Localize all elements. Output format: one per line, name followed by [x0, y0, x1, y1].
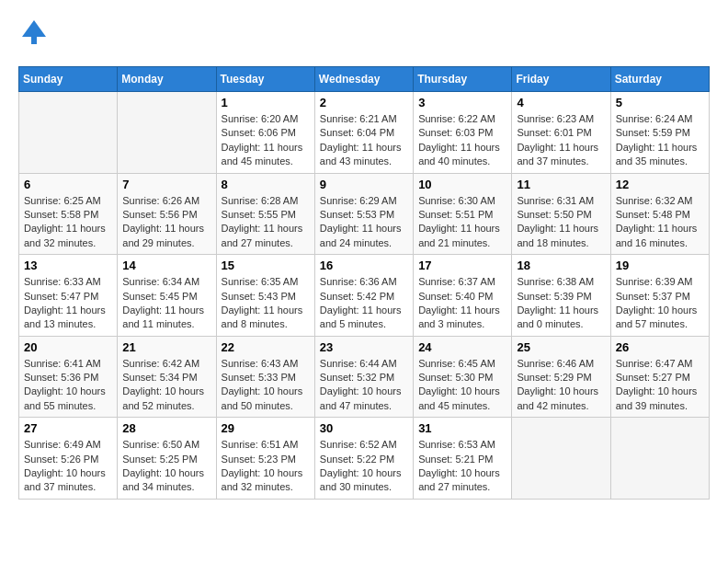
day-number: 19: [616, 259, 704, 272]
day-number: 16: [320, 259, 408, 272]
calendar-cell: 27Sunrise: 6:49 AMSunset: 5:26 PMDayligh…: [19, 418, 118, 500]
calendar-cell: 22Sunrise: 6:43 AMSunset: 5:33 PMDayligh…: [216, 336, 314, 418]
day-info: Sunrise: 6:41 AMSunset: 5:36 PMDaylight:…: [24, 357, 112, 414]
day-info: Sunrise: 6:30 AMSunset: 5:51 PMDaylight:…: [418, 194, 506, 251]
svg-rect-1: [31, 37, 37, 44]
calendar-cell: 16Sunrise: 6:36 AMSunset: 5:42 PMDayligh…: [314, 255, 413, 337]
calendar-cell: 8Sunrise: 6:28 AMSunset: 5:55 PMDaylight…: [216, 173, 314, 255]
day-number: 21: [122, 340, 210, 354]
day-info: Sunrise: 6:52 AMSunset: 5:22 PMDaylight:…: [320, 438, 408, 495]
day-info: Sunrise: 6:53 AMSunset: 5:21 PMDaylight:…: [418, 438, 506, 495]
calendar-cell: 26Sunrise: 6:47 AMSunset: 5:27 PMDayligh…: [610, 336, 709, 418]
day-of-week-header: Thursday: [414, 67, 512, 92]
calendar-cell: 17Sunrise: 6:37 AMSunset: 5:40 PMDayligh…: [414, 255, 512, 337]
day-number: 30: [320, 421, 408, 435]
day-info: Sunrise: 6:47 AMSunset: 5:27 PMDaylight:…: [616, 357, 704, 414]
day-number: 11: [517, 178, 605, 191]
day-number: 23: [320, 340, 408, 354]
day-info: Sunrise: 6:33 AMSunset: 5:47 PMDaylight:…: [24, 275, 112, 332]
calendar-week-row: 20Sunrise: 6:41 AMSunset: 5:36 PMDayligh…: [19, 336, 710, 418]
day-number: 6: [24, 178, 112, 191]
calendar-cell: [19, 92, 118, 174]
calendar-cell: 28Sunrise: 6:50 AMSunset: 5:25 PMDayligh…: [118, 418, 216, 500]
calendar-cell: 1Sunrise: 6:20 AMSunset: 6:06 PMDaylight…: [216, 92, 314, 174]
day-of-week-header: Monday: [118, 67, 216, 92]
calendar-week-row: 27Sunrise: 6:49 AMSunset: 5:26 PMDayligh…: [19, 418, 710, 500]
day-number: 9: [320, 178, 408, 191]
calendar-week-row: 6Sunrise: 6:25 AMSunset: 5:58 PMDaylight…: [19, 173, 710, 255]
calendar-cell: 20Sunrise: 6:41 AMSunset: 5:36 PMDayligh…: [19, 336, 118, 418]
logo-icon: [20, 18, 48, 46]
calendar-cell: 12Sunrise: 6:32 AMSunset: 5:48 PMDayligh…: [610, 173, 709, 255]
day-of-week-header: Saturday: [610, 67, 709, 92]
calendar-cell: 18Sunrise: 6:38 AMSunset: 5:39 PMDayligh…: [512, 255, 610, 337]
calendar-cell: 31Sunrise: 6:53 AMSunset: 5:21 PMDayligh…: [414, 418, 512, 500]
day-info: Sunrise: 6:24 AMSunset: 5:59 PMDaylight:…: [616, 112, 704, 169]
calendar-cell: 7Sunrise: 6:26 AMSunset: 5:56 PMDaylight…: [118, 173, 216, 255]
day-number: 10: [418, 178, 506, 191]
day-info: Sunrise: 6:37 AMSunset: 5:40 PMDaylight:…: [418, 275, 506, 332]
calendar-week-row: 1Sunrise: 6:20 AMSunset: 6:06 PMDaylight…: [19, 92, 710, 174]
day-info: Sunrise: 6:28 AMSunset: 5:55 PMDaylight:…: [222, 194, 310, 251]
calendar-cell: 30Sunrise: 6:52 AMSunset: 5:22 PMDayligh…: [314, 418, 413, 500]
day-info: Sunrise: 6:45 AMSunset: 5:30 PMDaylight:…: [418, 357, 506, 414]
day-number: 13: [24, 259, 112, 272]
day-info: Sunrise: 6:22 AMSunset: 6:03 PMDaylight:…: [418, 112, 506, 169]
calendar-cell: 23Sunrise: 6:44 AMSunset: 5:32 PMDayligh…: [314, 336, 413, 418]
day-number: 29: [222, 421, 310, 435]
day-of-week-header: Sunday: [19, 67, 118, 92]
day-number: 17: [418, 259, 506, 272]
calendar-cell: 5Sunrise: 6:24 AMSunset: 5:59 PMDaylight…: [610, 92, 709, 174]
logo: [18, 18, 48, 52]
day-info: Sunrise: 6:25 AMSunset: 5:58 PMDaylight:…: [24, 194, 112, 251]
day-number: 2: [320, 96, 408, 109]
day-of-week-header: Friday: [512, 67, 610, 92]
day-number: 28: [122, 421, 210, 435]
day-info: Sunrise: 6:32 AMSunset: 5:48 PMDaylight:…: [616, 194, 704, 251]
calendar-cell: [118, 92, 216, 174]
day-number: 26: [616, 340, 704, 354]
day-number: 4: [517, 96, 605, 109]
day-info: Sunrise: 6:42 AMSunset: 5:34 PMDaylight:…: [122, 357, 210, 414]
day-info: Sunrise: 6:21 AMSunset: 6:04 PMDaylight:…: [320, 112, 408, 169]
day-info: Sunrise: 6:43 AMSunset: 5:33 PMDaylight:…: [222, 357, 310, 414]
day-info: Sunrise: 6:26 AMSunset: 5:56 PMDaylight:…: [122, 194, 210, 251]
calendar-cell: 3Sunrise: 6:22 AMSunset: 6:03 PMDaylight…: [414, 92, 512, 174]
day-of-week-header: Wednesday: [314, 67, 413, 92]
calendar-cell: 24Sunrise: 6:45 AMSunset: 5:30 PMDayligh…: [414, 336, 512, 418]
day-info: Sunrise: 6:49 AMSunset: 5:26 PMDaylight:…: [24, 438, 112, 495]
day-number: 22: [222, 340, 310, 354]
day-info: Sunrise: 6:35 AMSunset: 5:43 PMDaylight:…: [222, 275, 310, 332]
calendar-cell: 4Sunrise: 6:23 AMSunset: 6:01 PMDaylight…: [512, 92, 610, 174]
day-info: Sunrise: 6:29 AMSunset: 5:53 PMDaylight:…: [320, 194, 408, 251]
calendar-cell: 9Sunrise: 6:29 AMSunset: 5:53 PMDaylight…: [314, 173, 413, 255]
day-info: Sunrise: 6:39 AMSunset: 5:37 PMDaylight:…: [616, 275, 704, 332]
calendar-cell: 21Sunrise: 6:42 AMSunset: 5:34 PMDayligh…: [118, 336, 216, 418]
calendar-cell: 25Sunrise: 6:46 AMSunset: 5:29 PMDayligh…: [512, 336, 610, 418]
day-number: 1: [222, 96, 310, 109]
calendar-cell: 11Sunrise: 6:31 AMSunset: 5:50 PMDayligh…: [512, 173, 610, 255]
day-number: 5: [616, 96, 704, 109]
calendar-cell: 10Sunrise: 6:30 AMSunset: 5:51 PMDayligh…: [414, 173, 512, 255]
day-info: Sunrise: 6:20 AMSunset: 6:06 PMDaylight:…: [222, 112, 310, 169]
calendar-cell: [512, 418, 610, 500]
day-number: 25: [517, 340, 605, 354]
day-info: Sunrise: 6:31 AMSunset: 5:50 PMDaylight:…: [517, 194, 605, 251]
day-number: 27: [24, 421, 112, 435]
day-number: 20: [24, 340, 112, 354]
calendar-cell: 19Sunrise: 6:39 AMSunset: 5:37 PMDayligh…: [610, 255, 709, 337]
calendar-cell: 6Sunrise: 6:25 AMSunset: 5:58 PMDaylight…: [19, 173, 118, 255]
day-number: 8: [222, 178, 310, 191]
day-info: Sunrise: 6:50 AMSunset: 5:25 PMDaylight:…: [122, 438, 210, 495]
calendar-cell: 13Sunrise: 6:33 AMSunset: 5:47 PMDayligh…: [19, 255, 118, 337]
svg-marker-0: [22, 20, 46, 37]
day-number: 14: [122, 259, 210, 272]
day-number: 7: [122, 178, 210, 191]
calendar-cell: 15Sunrise: 6:35 AMSunset: 5:43 PMDayligh…: [216, 255, 314, 337]
day-number: 15: [222, 259, 310, 272]
calendar-header-row: SundayMondayTuesdayWednesdayThursdayFrid…: [19, 67, 710, 92]
day-info: Sunrise: 6:38 AMSunset: 5:39 PMDaylight:…: [517, 275, 605, 332]
day-number: 31: [418, 421, 506, 435]
day-number: 12: [616, 178, 704, 191]
calendar-week-row: 13Sunrise: 6:33 AMSunset: 5:47 PMDayligh…: [19, 255, 710, 337]
